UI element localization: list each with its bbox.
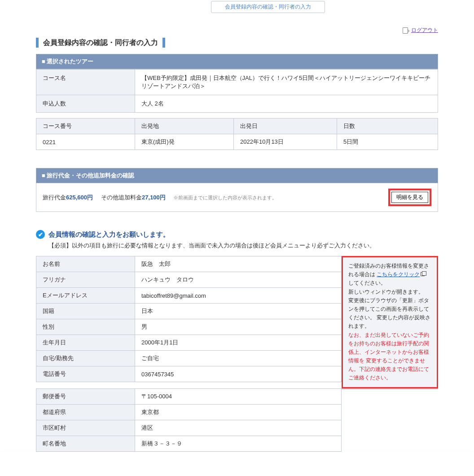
member-kana-label: フリガナ <box>36 272 135 288</box>
show-detail-button[interactable]: 明細を見る <box>391 192 428 203</box>
course-no-value: 0221 <box>36 134 135 150</box>
member-tel-label: 電話番号 <box>36 366 135 382</box>
info-text-1b: してください。 <box>348 280 386 286</box>
gray-sidebar-spacer <box>342 388 438 389</box>
member-check-sub: 【必須】以外の項目も旅行に必要な情報となります、当画面で未入力の場合は後ほど会員… <box>48 242 438 250</box>
edit-info-box: ご登録済みのお客様情報を変更される場合は こちらをクリック してください。 新し… <box>342 256 438 388</box>
logout-icon <box>403 27 408 34</box>
member-email-label: Eメールアドレス <box>36 288 135 304</box>
member-addrtype-label: 自宅/勤務先 <box>36 351 135 366</box>
fare-header: ■ 旅行代金・その他追加料金の確認 <box>36 168 438 183</box>
member-dob-label: 生年月日 <box>36 335 135 351</box>
member-zip-value: 〒105-0004 <box>135 388 342 404</box>
member-street-value: 新橋３－３－９ <box>135 436 342 451</box>
member-name-value: 阪急 太郎 <box>135 256 342 272</box>
member-info-table: お名前阪急 太郎 フリガナハンキュウ タロウ Eメールアドレスtabicoffr… <box>36 256 342 382</box>
fare-extra-label: その他追加料金 <box>101 194 142 201</box>
info-text-2: 新しいウィンドウが開きます。 <box>348 289 424 295</box>
title-bar-right <box>162 38 165 48</box>
logout-link[interactable]: ログアウト <box>411 27 438 33</box>
member-street-label: 町名番地 <box>36 436 135 451</box>
fare-note: ※前画面までに選択した内容が表示されます。 <box>173 195 277 200</box>
member-email-value: tabicoffret89@gmail.com <box>135 288 342 304</box>
member-addrtype-value: ご自宅 <box>135 351 342 366</box>
dep-date-value: 2022年10月13日 <box>234 134 337 150</box>
days-value: 5日間 <box>337 134 438 150</box>
edit-profile-link[interactable]: こちらをクリック <box>377 271 420 278</box>
member-name-label: お名前 <box>36 256 135 272</box>
sub-tab-active: 会員登録内容の確認・同行者の入力 <box>211 1 325 13</box>
member-zip-label: 郵便番号 <box>36 388 135 404</box>
dep-place-label: 出発地 <box>135 119 234 134</box>
check-icon: ✔ <box>36 230 45 239</box>
dep-date-label: 出発日 <box>234 119 337 134</box>
member-sex-label: 性別 <box>36 319 135 335</box>
days-label: 日数 <box>337 119 438 134</box>
member-city-value: 港区 <box>135 420 342 436</box>
fare-main-label: 旅行代金 <box>43 194 66 201</box>
member-check-title: 会員情報の確認と入力をお願いします。 <box>48 230 170 239</box>
course-no-label: コース番号 <box>36 119 135 134</box>
torn-edge-top <box>0 452 474 470</box>
fare-main-amount: 625,600円 <box>66 194 93 201</box>
pax-value: 大人 2名 <box>135 95 438 113</box>
member-pref-label: 都道府県 <box>36 404 135 420</box>
member-kana-value: ハンキュウ タロウ <box>135 272 342 288</box>
member-nat-label: 国籍 <box>36 304 135 319</box>
member-city-label: 市区町村 <box>36 420 135 436</box>
external-link-icon <box>421 272 425 276</box>
torn-edge-bottom <box>0 474 474 476</box>
member-nat-value: 日本 <box>135 304 342 319</box>
tour-detail-table: コース番号 出発地 出発日 日数 0221 東京(成田)発 2022年10月13… <box>36 118 438 150</box>
member-info-table-2: 郵便番号〒105-0004 都道府県東京都 市区町村港区 町名番地新橋３－３－９ <box>36 388 342 452</box>
page-title: 会員登録内容の確認・同行者の入力 <box>43 38 158 48</box>
tour-panel-header: ■ 選択されたツアー <box>36 54 438 69</box>
course-name-value: 【WEB予約限定】成田発｜日本航空（JAL）で行く！ハワイ5日間＜ハイアットリー… <box>135 70 438 95</box>
tour-table: コース名 【WEB予約限定】成田発｜日本航空（JAL）で行く！ハワイ5日間＜ハイ… <box>36 69 438 113</box>
detail-button-highlight: 明細を見る <box>388 189 431 206</box>
member-tel-value: 0367457345 <box>135 366 342 382</box>
info-text-3: 変更後にブラウザの「更新」ボタンを押してこの画面を再表示してください。 変更した… <box>348 297 430 330</box>
dep-place-value: 東京(成田)発 <box>135 134 234 150</box>
title-bar-left <box>36 38 39 48</box>
member-dob-value: 2000年1月1日 <box>135 335 342 351</box>
fare-extra-amount: 27,100円 <box>142 194 166 201</box>
member-pref-value: 東京都 <box>135 404 342 420</box>
member-sex-value: 男 <box>135 319 342 335</box>
course-name-label: コース名 <box>36 70 135 95</box>
info-text-red: なお、まだ出発していないご予約をお持ちのお客様は旅行手配の関係上、インターネット… <box>348 332 429 381</box>
pax-label: 申込人数 <box>36 95 135 113</box>
